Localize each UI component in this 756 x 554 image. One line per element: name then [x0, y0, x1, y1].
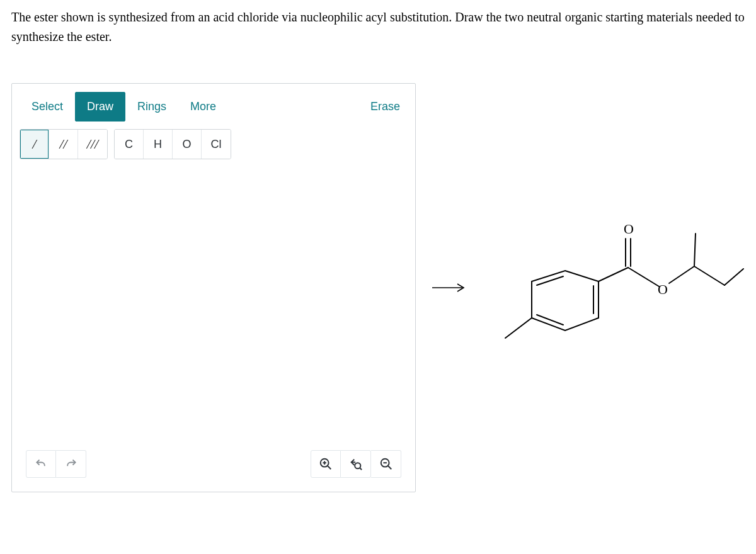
svg-line-22: [724, 269, 743, 285]
svg-line-19: [669, 266, 694, 283]
svg-point-4: [355, 463, 360, 468]
svg-line-1: [328, 466, 331, 469]
bottom-toolbar: [26, 450, 401, 478]
svg-line-18: [628, 268, 659, 286]
svg-line-21: [694, 266, 724, 285]
reset-zoom-icon: [349, 457, 363, 471]
svg-line-13: [537, 315, 563, 325]
double-bond-button[interactable]: //: [49, 130, 78, 159]
reaction-arrow-icon: [431, 282, 469, 293]
element-h-button[interactable]: H: [144, 130, 173, 159]
svg-marker-10: [532, 271, 598, 331]
undo-icon: [35, 458, 47, 470]
svg-line-11: [537, 276, 563, 285]
svg-line-20: [694, 234, 696, 266]
element-o-button[interactable]: O: [173, 130, 202, 159]
oxygen-label: O: [658, 281, 668, 297]
svg-line-7: [387, 466, 391, 469]
zoom-group: [311, 450, 401, 478]
single-bond-button[interactable]: /: [20, 130, 49, 159]
svg-line-14: [505, 318, 532, 338]
redo-button[interactable]: [56, 450, 86, 478]
element-cl-button[interactable]: Cl: [202, 130, 231, 159]
reset-zoom-button[interactable]: [341, 450, 371, 478]
drawing-canvas[interactable]: [20, 164, 408, 484]
tab-draw[interactable]: Draw: [75, 92, 125, 122]
tab-rings[interactable]: Rings: [125, 92, 178, 122]
tab-more[interactable]: More: [178, 92, 228, 122]
tab-select[interactable]: Select: [20, 92, 75, 122]
bond-group: / // ///: [20, 129, 108, 159]
workspace: Select Draw Rings More Erase / // /// C …: [11, 83, 745, 492]
element-group: C H O Cl: [114, 129, 231, 159]
erase-button[interactable]: Erase: [362, 94, 409, 120]
product-area: O O: [431, 206, 745, 370]
history-group: [26, 450, 86, 478]
zoom-in-button[interactable]: [311, 450, 341, 478]
drawing-editor: Select Draw Rings More Erase / // /// C …: [11, 83, 416, 492]
zoom-in-icon: [319, 457, 333, 471]
zoom-out-button[interactable]: [371, 450, 401, 478]
redo-icon: [65, 458, 77, 470]
question-prompt: The ester shown is synthesized from an a…: [11, 8, 745, 47]
oxygen-label: O: [624, 221, 634, 237]
element-c-button[interactable]: C: [115, 130, 144, 159]
draw-tools: / // /// C H O Cl: [20, 129, 415, 159]
mode-tabs: Select Draw Rings More Erase: [20, 91, 415, 122]
triple-bond-button[interactable]: ///: [78, 130, 107, 159]
undo-button[interactable]: [26, 450, 56, 478]
svg-line-15: [598, 268, 628, 281]
svg-line-5: [360, 468, 362, 470]
zoom-out-icon: [379, 457, 393, 471]
product-structure: O O: [480, 206, 745, 370]
